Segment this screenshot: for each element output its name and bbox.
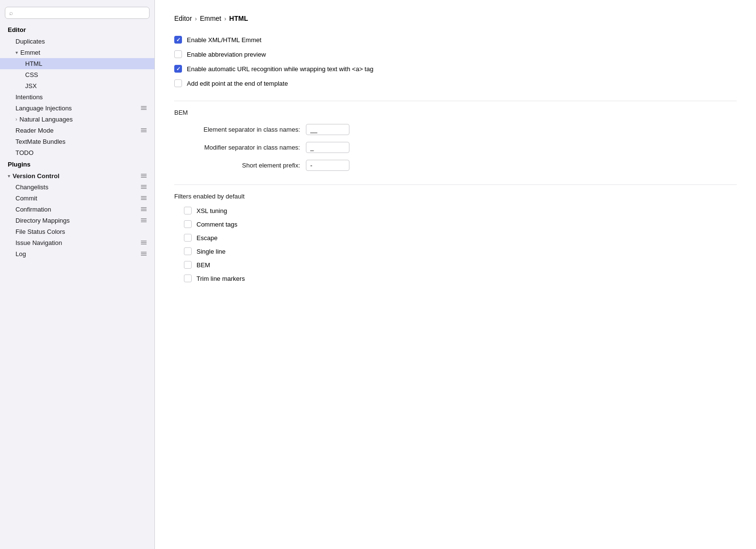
settings-icon xyxy=(141,105,147,112)
breadcrumb-sep2: › xyxy=(224,15,226,22)
settings-icon xyxy=(141,217,147,224)
chevron-down-icon: ▾ xyxy=(15,50,18,55)
field-label-f2: Modifier separator in class names: xyxy=(174,144,300,151)
checkbox-cb1[interactable] xyxy=(174,36,182,44)
bem-section: BEM Element separator in class names:Mod… xyxy=(174,109,737,171)
main-content: Editor › Emmet › HTML Enable XML/HTML Em… xyxy=(155,0,756,549)
search-input[interactable] xyxy=(15,9,145,16)
sidebar-item-confirmation[interactable]: Confirmation xyxy=(0,204,154,215)
sidebar-item-todo[interactable]: TODO xyxy=(0,147,154,158)
filter-checkbox-flt2[interactable] xyxy=(184,220,192,228)
sidebar-item-label: Natural Languages xyxy=(19,116,73,123)
sidebar-item-intentions[interactable]: Intentions xyxy=(0,92,154,103)
filter-checkbox-flt3[interactable] xyxy=(184,234,192,242)
svg-rect-13 xyxy=(141,198,147,198)
sidebar-item-label: TODO xyxy=(15,149,33,156)
breadcrumb-html: HTML xyxy=(229,15,248,22)
sidebar-item-directory-mappings[interactable]: Directory Mappings xyxy=(0,215,154,226)
breadcrumb: Editor › Emmet › HTML xyxy=(174,15,737,22)
svg-rect-16 xyxy=(141,209,147,210)
svg-rect-9 xyxy=(141,185,147,186)
checkbox-label-cb1: Enable XML/HTML Emmet xyxy=(187,36,261,44)
sidebar-item-label: Commit xyxy=(15,195,37,202)
sidebar-item-label: Issue Navigation xyxy=(15,239,62,246)
filter-checkbox-flt4[interactable] xyxy=(184,247,192,255)
checkboxes-container: Enable XML/HTML EmmetEnable abbreviation… xyxy=(174,36,737,87)
svg-rect-21 xyxy=(141,241,147,242)
field-row-1: Element separator in class names: xyxy=(174,124,737,135)
sidebar-item-label: TextMate Bundles xyxy=(15,138,65,145)
sidebar-item-duplicates[interactable]: Duplicates xyxy=(0,36,154,47)
filter-checkbox-flt6[interactable] xyxy=(184,274,192,282)
svg-rect-4 xyxy=(141,130,147,131)
svg-rect-2 xyxy=(141,109,147,110)
checkbox-row-2: Enable abbreviation preview xyxy=(174,50,737,58)
sidebar-item-css[interactable]: CSS xyxy=(0,69,154,80)
sidebar-item-html[interactable]: HTML xyxy=(0,58,154,69)
filter-row-6: Trim line markers xyxy=(174,274,737,282)
divider-filters xyxy=(174,184,737,185)
sidebar-item-label: Version Control xyxy=(13,172,60,180)
svg-rect-1 xyxy=(141,107,147,108)
checkbox-label-cb3: Enable automatic URL recognition while w… xyxy=(187,65,373,73)
svg-rect-17 xyxy=(141,210,147,211)
breadcrumb-editor: Editor xyxy=(174,15,192,22)
sidebar-item-label: Intentions xyxy=(15,93,43,101)
checkbox-cb4[interactable] xyxy=(174,79,182,87)
sidebar-item-language-injections[interactable]: Language Injections xyxy=(0,103,154,114)
sidebar-item-version-control[interactable]: ▾Version Control xyxy=(0,170,154,182)
bem-fields: Element separator in class names:Modifie… xyxy=(174,124,737,171)
sidebar-item-natural-languages[interactable]: ›Natural Languages xyxy=(0,114,154,125)
sidebar-header-plugins: Plugins xyxy=(0,158,154,170)
filter-checkbox-flt1[interactable] xyxy=(184,207,192,214)
sidebar-item-emmet[interactable]: ▾Emmet xyxy=(0,47,154,58)
settings-icon xyxy=(141,184,147,191)
field-label-f1: Element separator in class names: xyxy=(174,126,300,133)
sidebar-item-changelists[interactable]: Changelists xyxy=(0,182,154,193)
sidebar-item-label: Emmet xyxy=(20,49,40,56)
filter-checkbox-flt5[interactable] xyxy=(184,261,192,269)
sidebar-item-file-status-colors[interactable]: File Status Colors xyxy=(0,226,154,237)
filters-section: Filters enabled by default XSL tuningCom… xyxy=(174,193,737,282)
filter-label-flt4: Single line xyxy=(197,248,226,255)
sidebar-item-reader-mode[interactable]: Reader Mode xyxy=(0,125,154,136)
field-row-2: Modifier separator in class names: xyxy=(174,142,737,153)
svg-rect-19 xyxy=(141,220,147,221)
checkbox-cb2[interactable] xyxy=(174,50,182,58)
svg-rect-15 xyxy=(141,207,147,208)
settings-icon xyxy=(141,195,147,202)
filter-row-4: Single line xyxy=(174,247,737,255)
sidebar-item-jsx[interactable]: JSX xyxy=(0,80,154,92)
svg-rect-11 xyxy=(141,188,147,189)
chevron-down-icon: ▾ xyxy=(8,173,10,179)
search-bar[interactable]: ⌕ xyxy=(5,7,150,19)
settings-icon xyxy=(141,240,147,246)
sidebar-item-issue-navigation[interactable]: Issue Navigation xyxy=(0,237,154,248)
checkbox-row-4: Add edit point at the end of template xyxy=(174,79,737,87)
checkbox-cb3[interactable] xyxy=(174,65,182,73)
field-label-f3: Short element prefix: xyxy=(174,162,300,169)
search-icon: ⌕ xyxy=(9,9,13,16)
settings-icon xyxy=(141,127,147,134)
field-input-f1[interactable] xyxy=(306,124,349,135)
sidebar-item-label: Directory Mappings xyxy=(15,217,70,224)
sidebar-item-commit[interactable]: Commit xyxy=(0,193,154,204)
sidebar-item-label: JSX xyxy=(25,82,37,90)
svg-rect-26 xyxy=(141,255,147,256)
main-checkboxes-section: Enable XML/HTML EmmetEnable abbreviation… xyxy=(174,36,737,87)
sidebar-item-log[interactable]: Log xyxy=(0,248,154,259)
field-input-f3[interactable] xyxy=(306,160,349,171)
filters-label: Filters enabled by default xyxy=(174,193,737,200)
svg-rect-3 xyxy=(141,128,147,129)
svg-rect-22 xyxy=(141,242,147,243)
search-wrapper: ⌕ xyxy=(0,5,154,24)
field-input-f2[interactable] xyxy=(306,142,349,153)
filter-row-5: BEM xyxy=(174,261,737,269)
svg-rect-7 xyxy=(141,175,147,176)
filter-label-flt6: Trim line markers xyxy=(197,275,245,282)
settings-icon xyxy=(141,173,147,180)
bem-label: BEM xyxy=(174,109,737,116)
sidebar-item-textmate-bundles[interactable]: TextMate Bundles xyxy=(0,136,154,147)
divider-bem xyxy=(174,101,737,101)
svg-rect-5 xyxy=(141,131,147,132)
